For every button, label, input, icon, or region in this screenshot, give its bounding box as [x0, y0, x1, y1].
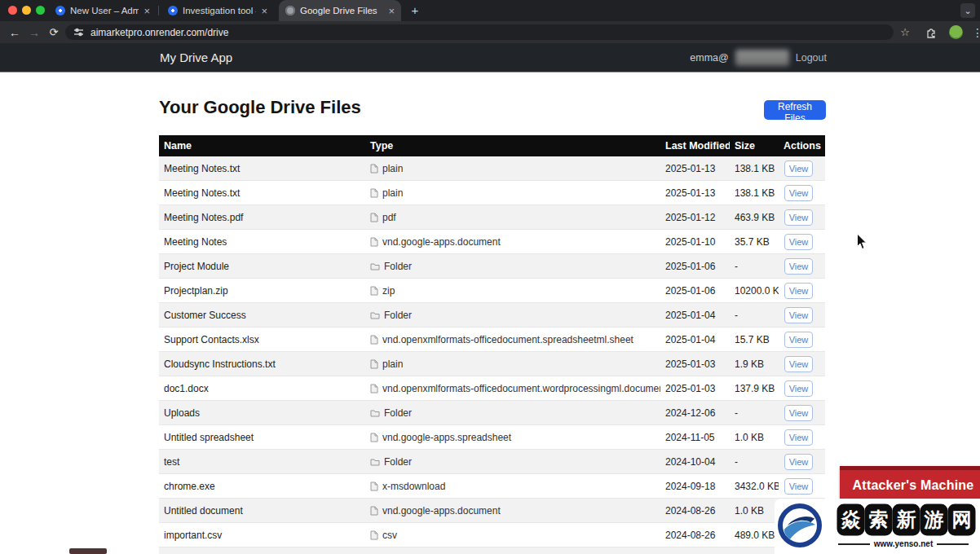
- logout-link[interactable]: Logout: [796, 52, 827, 64]
- file-name: Untitled document: [159, 505, 365, 517]
- file-type: vnd.google-apps.document: [382, 236, 501, 248]
- new-tab-button[interactable]: +: [407, 2, 423, 19]
- file-icon: [370, 433, 378, 442]
- file-type: Folder: [384, 261, 412, 272]
- file-name: Meeting Notes.txt: [159, 163, 365, 174]
- app-title: My Drive App: [160, 51, 232, 64]
- view-button[interactable]: View: [784, 283, 813, 299]
- column-header-actions: Actions: [779, 140, 825, 152]
- file-icon: [370, 213, 378, 222]
- extensions-puzzle-icon[interactable]: [923, 24, 939, 41]
- file-size: -: [730, 310, 779, 321]
- table-row: Untitled documentvnd.google-apps.documen…: [159, 499, 825, 523]
- file-name: Support Contacts.xlsx: [159, 334, 365, 345]
- table-row: important.csvcsv2024-08-26489.0 KBView: [159, 523, 825, 547]
- watermark-char: 游: [921, 505, 947, 534]
- file-size: 138.1 KB: [730, 163, 779, 174]
- file-size: -: [730, 456, 779, 468]
- file-size: 1.0 KB: [730, 505, 779, 517]
- files-table: Name Type Last Modified Size Actions Mee…: [159, 135, 825, 547]
- folder-icon: [370, 311, 380, 319]
- table-row: Support Contacts.xlsxvnd.openxmlformats-…: [159, 328, 825, 352]
- tab-title: Google Drive Files: [300, 6, 377, 15]
- file-size: -: [730, 261, 779, 272]
- watermark-char: 焱: [838, 505, 863, 534]
- view-button[interactable]: View: [784, 258, 813, 275]
- last-modified: 2025-01-04: [660, 310, 730, 321]
- view-button[interactable]: View: [784, 405, 813, 421]
- file-type: plain: [382, 187, 403, 199]
- site-info-icon[interactable]: [73, 27, 84, 37]
- view-button[interactable]: View: [784, 429, 813, 446]
- watermark-characters: 焱 索 新 游 网: [838, 505, 974, 534]
- last-modified: 2024-12-06: [660, 407, 730, 419]
- column-header-type: Type: [365, 140, 660, 152]
- browser-menu-icon[interactable]: ⋮: [969, 24, 980, 41]
- close-icon[interactable]: ×: [143, 6, 150, 16]
- forward-button[interactable]: →: [26, 24, 42, 41]
- window-zoom-button[interactable]: [36, 6, 45, 15]
- watermark-divider-line: [838, 543, 870, 545]
- file-icon: [370, 384, 378, 394]
- view-button[interactable]: View: [784, 478, 813, 495]
- file-size: 1.0 KB: [730, 432, 779, 443]
- file-icon: [370, 506, 378, 516]
- chevron-down-icon[interactable]: ⌄: [960, 3, 975, 18]
- bookmark-star-icon[interactable]: ☆: [897, 24, 913, 41]
- file-type: x-msdownload: [382, 481, 445, 492]
- view-button[interactable]: View: [784, 332, 813, 348]
- browser-tab-investigation-tool[interactable]: Investigation tool – Admin co ×: [161, 0, 274, 21]
- file-name: Customer Success: [159, 310, 365, 321]
- file-name: Meeting Notes.pdf: [159, 212, 365, 223]
- page-title: Your Google Drive Files: [159, 97, 361, 118]
- file-name: chrome.exe: [159, 481, 365, 492]
- file-name: Cloudsync Instructions.txt: [159, 358, 365, 370]
- close-icon[interactable]: ×: [388, 6, 395, 16]
- close-icon[interactable]: ×: [261, 6, 267, 16]
- window-close-button[interactable]: [8, 6, 17, 15]
- view-button[interactable]: View: [784, 185, 813, 201]
- file-name: test: [159, 456, 365, 468]
- file-type: vnd.google-apps.spreadsheet: [382, 432, 511, 443]
- table-row: testFolder2024-10-04-View: [159, 450, 825, 474]
- admin-console-favicon-icon: [55, 6, 65, 15]
- profile-avatar[interactable]: [949, 25, 963, 39]
- file-type: zip: [382, 285, 395, 297]
- reload-button[interactable]: ⟳: [46, 24, 62, 41]
- file-size: -: [730, 407, 779, 419]
- watermark-divider-line: [937, 543, 969, 545]
- watermark-char: 网: [949, 505, 974, 534]
- refresh-files-button[interactable]: Refresh Files: [764, 100, 826, 120]
- view-button[interactable]: View: [784, 454, 813, 470]
- file-size: 35.7 KB: [730, 236, 779, 248]
- app-header: My Drive App emma@ Logout: [0, 43, 980, 73]
- view-button[interactable]: View: [784, 307, 813, 323]
- watermark: 焱 索 新 游 网 www.yenso.net: [775, 499, 980, 554]
- view-button[interactable]: View: [784, 160, 813, 177]
- file-name: Meeting Notes.txt: [159, 187, 365, 199]
- file-icon: [370, 164, 378, 174]
- browser-tab-google-drive-files[interactable]: Google Drive Files ×: [279, 0, 401, 21]
- browser-toolbar: ← → ⟳ aimarketpro.onrender.com/drive ☆ ⋮: [0, 21, 980, 43]
- table-row: Meeting Notesvnd.google-apps.document202…: [159, 230, 825, 254]
- view-button[interactable]: View: [784, 234, 813, 250]
- last-modified: 2025-01-13: [660, 163, 730, 174]
- view-button[interactable]: View: [784, 356, 813, 372]
- view-button[interactable]: View: [784, 380, 813, 397]
- file-type: plain: [382, 358, 403, 370]
- last-modified: 2025-01-10: [660, 236, 730, 248]
- file-name: Meeting Notes: [159, 236, 365, 248]
- table-row: Cloudsync Instructions.txtplain2025-01-0…: [159, 352, 825, 376]
- browser-tab-admin-console[interactable]: New User – Admin Console ×: [49, 0, 157, 21]
- view-button[interactable]: View: [784, 209, 813, 226]
- back-button[interactable]: ←: [7, 24, 23, 41]
- watermark-char: 新: [894, 505, 919, 534]
- file-type: pdf: [382, 212, 396, 223]
- file-icon: [370, 335, 378, 345]
- window-minimize-button[interactable]: [22, 6, 31, 15]
- address-bar[interactable]: aimarketpro.onrender.com/drive: [65, 24, 894, 40]
- file-size: 138.1 KB: [730, 187, 779, 199]
- file-name: doc1.docx: [159, 383, 365, 394]
- folder-icon: [370, 409, 380, 417]
- file-name: Untitled spreadsheet: [159, 432, 365, 443]
